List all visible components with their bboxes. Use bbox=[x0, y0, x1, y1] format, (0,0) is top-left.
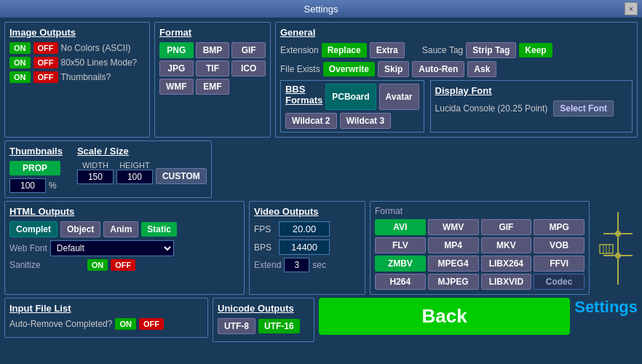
flv-btn[interactable]: FLV bbox=[375, 237, 426, 253]
sanitize-off-btn[interactable]: OFF bbox=[111, 259, 135, 271]
thumbnails-scale-row: Thumbnails PROP % Scale / Size WIDTH bbox=[4, 141, 638, 198]
avatar-btn[interactable]: Avatar bbox=[379, 84, 419, 110]
pcboard-btn[interactable]: PCBoard bbox=[325, 84, 376, 110]
ffvi-btn[interactable]: FFVI bbox=[534, 256, 584, 272]
anim-btn[interactable]: Anim bbox=[103, 221, 138, 237]
png-btn[interactable]: PNG bbox=[159, 42, 194, 58]
mpg-btn[interactable]: MPG bbox=[534, 219, 584, 235]
input-file-title: Input File List bbox=[9, 303, 203, 314]
lines-mode-on-btn[interactable]: ON bbox=[9, 57, 31, 68]
select-font-btn[interactable]: Select Font bbox=[553, 100, 614, 116]
emf-btn[interactable]: EMF bbox=[196, 79, 230, 95]
extend-input[interactable] bbox=[284, 258, 309, 272]
input-file-panel: Input File List Auto-Remove Completed? O… bbox=[4, 298, 208, 338]
utf16-btn[interactable]: UTF-16 bbox=[258, 319, 300, 333]
sanitize-on-btn[interactable]: ON bbox=[87, 259, 108, 271]
bps-input[interactable] bbox=[279, 240, 330, 255]
extend-label: Extend bbox=[254, 260, 281, 270]
static-btn[interactable]: Static bbox=[141, 222, 177, 237]
zmbv-btn[interactable]: ZMBV bbox=[375, 256, 426, 272]
back-button[interactable]: Back bbox=[319, 298, 570, 335]
replace-btn[interactable]: Replace bbox=[322, 43, 367, 58]
html-outputs-title: HTML Outputs bbox=[9, 206, 239, 217]
auto-remove-row: Auto-Remove Completed? ON OFF bbox=[9, 318, 203, 330]
skip-btn[interactable]: Skip bbox=[378, 61, 409, 77]
general-title: General bbox=[280, 27, 633, 38]
thumbnails-section-title: Thumbnails bbox=[9, 146, 63, 157]
video-outputs-title: Video Outputs bbox=[254, 206, 360, 217]
general-panel: General Extension Replace Extra Sauce Ta… bbox=[275, 22, 638, 138]
prop-btn[interactable]: PROP bbox=[9, 161, 60, 175]
ico-btn[interactable]: ICO bbox=[231, 60, 266, 76]
bmp-btn[interactable]: BMP bbox=[196, 42, 230, 58]
strip-tag-btn[interactable]: Strip Tag bbox=[466, 42, 516, 58]
web-font-select[interactable]: Default bbox=[50, 240, 174, 256]
fps-row: FPS bbox=[254, 221, 360, 237]
utf8-btn[interactable]: UTF-8 bbox=[218, 318, 255, 334]
bps-row: BPS bbox=[254, 240, 360, 255]
auto-ren-btn[interactable]: Auto-Ren bbox=[412, 61, 464, 77]
svg-point-4 bbox=[615, 253, 621, 258]
extend-row: Extend sec bbox=[254, 258, 360, 272]
wildcat2-btn[interactable]: Wildcat 2 bbox=[285, 113, 337, 129]
no-colors-row: ON OFF No Colors (ASCII) bbox=[9, 42, 145, 54]
wmv-btn[interactable]: WMV bbox=[428, 219, 479, 235]
mjpeg-btn[interactable]: MJPEG bbox=[428, 274, 479, 290]
height-label: HEIGHT bbox=[116, 161, 153, 170]
height-input[interactable] bbox=[116, 170, 153, 184]
close-icon: × bbox=[629, 5, 633, 13]
extension-row: Extension Replace Extra Sauce Tag Strip … bbox=[280, 42, 633, 58]
bps-label: BPS bbox=[254, 242, 276, 253]
percent-label: % bbox=[49, 181, 57, 191]
close-button[interactable]: × bbox=[625, 2, 638, 15]
display-font-title: Display Font bbox=[435, 85, 627, 96]
keep-btn[interactable]: Keep bbox=[519, 43, 552, 58]
format-title: Format bbox=[159, 27, 266, 38]
complet-btn[interactable]: Complet bbox=[9, 221, 58, 237]
tif-btn[interactable]: TIF bbox=[196, 60, 230, 76]
settings-footer-title: Settings bbox=[574, 298, 638, 317]
extra-btn[interactable]: Extra bbox=[370, 42, 405, 58]
libx264-btn[interactable]: LIBX264 bbox=[481, 256, 532, 272]
svg-point-3 bbox=[615, 231, 621, 237]
thumbnails-on-btn[interactable]: ON bbox=[9, 71, 31, 83]
mp4-btn[interactable]: MP4 bbox=[428, 237, 479, 253]
fps-input[interactable] bbox=[279, 221, 330, 237]
thumbnails-row: ON OFF Thumbnails? bbox=[9, 71, 145, 83]
h264-btn[interactable]: H264 bbox=[375, 274, 426, 290]
web-font-row: Web Font Default bbox=[9, 240, 239, 256]
thumbnails-panel: Thumbnails PROP % Scale / Size WIDTH bbox=[4, 141, 212, 198]
avi-btn[interactable]: AVI bbox=[375, 219, 426, 235]
thumbnails-off-btn[interactable]: OFF bbox=[33, 71, 58, 83]
fps-label: FPS bbox=[254, 224, 276, 234]
input-off-btn[interactable]: OFF bbox=[139, 318, 164, 330]
gif-btn[interactable]: GIF bbox=[231, 42, 266, 58]
unicode-btns-row: UTF-8 UTF-16 bbox=[218, 318, 309, 334]
overwrite-btn[interactable]: Overwrite bbox=[323, 62, 375, 76]
auto-remove-label: Auto-Remove Completed? bbox=[9, 319, 112, 329]
title-bar: Settings × bbox=[0, 0, 642, 17]
no-colors-on-btn[interactable]: ON bbox=[9, 42, 31, 54]
vob-btn[interactable]: VOB bbox=[534, 237, 584, 253]
ask-btn[interactable]: Ask bbox=[467, 61, 496, 77]
input-on-btn[interactable]: ON bbox=[115, 318, 136, 330]
custom-btn[interactable]: CUSTOM bbox=[156, 168, 207, 184]
percent-input[interactable] bbox=[9, 178, 46, 193]
object-btn[interactable]: Object bbox=[60, 221, 100, 237]
wmf-btn[interactable]: WMF bbox=[159, 79, 194, 95]
decoration-area bbox=[594, 201, 638, 295]
libxvid-btn[interactable]: LIBXVID bbox=[481, 274, 532, 290]
width-input[interactable] bbox=[77, 170, 114, 184]
font-name: Lucida Console (20.25 Point) bbox=[435, 103, 548, 114]
lines-mode-off-btn[interactable]: OFF bbox=[33, 57, 58, 68]
sanitize-label: Sanitize bbox=[9, 260, 41, 270]
thumbnails-section: Thumbnails PROP % bbox=[9, 146, 63, 193]
wildcat3-btn[interactable]: Wildcat 3 bbox=[340, 113, 392, 129]
gif-video-btn[interactable]: GIF bbox=[481, 219, 532, 235]
codec-btn[interactable]: Codec bbox=[534, 274, 584, 290]
jpg-btn[interactable]: JPG bbox=[159, 60, 194, 76]
mkv-btn[interactable]: MKV bbox=[481, 237, 532, 253]
no-colors-off-btn[interactable]: OFF bbox=[33, 42, 58, 54]
lines-mode-row: ON OFF 80x50 Lines Mode? bbox=[9, 57, 145, 68]
mpeg4-btn[interactable]: MPEG4 bbox=[428, 256, 479, 272]
